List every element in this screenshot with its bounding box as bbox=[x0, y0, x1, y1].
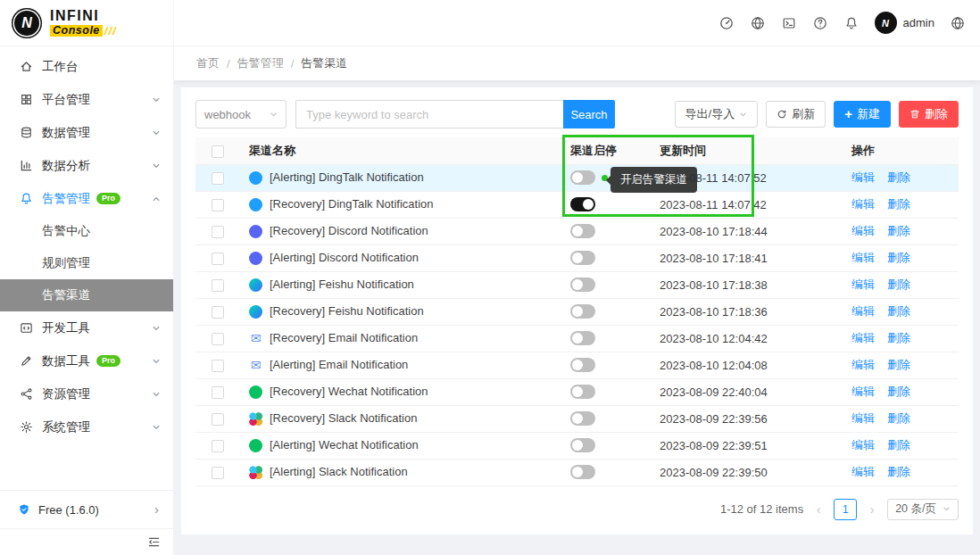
chevron-down-icon bbox=[739, 111, 747, 119]
console-terminal-icon[interactable] bbox=[781, 15, 797, 31]
channel-enabled-toggle[interactable] bbox=[570, 438, 595, 452]
edit-link[interactable]: 编辑 bbox=[851, 170, 875, 184]
delete-link[interactable]: 删除 bbox=[887, 385, 910, 398]
edit-link[interactable]: 编辑 bbox=[851, 385, 875, 398]
annotation-click-dot bbox=[602, 175, 608, 181]
sidebar-item-workbench[interactable]: 工作台 bbox=[0, 50, 173, 83]
row-checkbox[interactable] bbox=[212, 386, 224, 399]
row-checkbox[interactable] bbox=[212, 467, 224, 479]
edit-link[interactable]: 编辑 bbox=[851, 438, 875, 451]
sidebar-item-data-management[interactable]: 数据管理 bbox=[0, 116, 173, 149]
sidebar-subitem-alert-channels[interactable]: 告警渠道 bbox=[0, 279, 173, 311]
row-checkbox[interactable] bbox=[212, 199, 224, 211]
delete-link[interactable]: 删除 bbox=[887, 438, 910, 451]
brand-logo-icon: N bbox=[12, 8, 42, 38]
channels-card: webhook Search 导出/导入 bbox=[181, 87, 973, 534]
row-checkbox[interactable] bbox=[212, 253, 224, 265]
delete-link[interactable]: 删除 bbox=[887, 358, 910, 371]
prev-page-icon[interactable]: ‹ bbox=[810, 501, 826, 517]
help-icon[interactable] bbox=[812, 15, 828, 31]
dashboard-gauge-icon[interactable] bbox=[718, 15, 735, 31]
main-content: 首页 / 告警管理 / 告警渠道 webhook Search bbox=[174, 46, 980, 555]
delete-link[interactable]: 删除 bbox=[887, 224, 910, 237]
next-page-icon[interactable]: › bbox=[864, 501, 880, 517]
delete-link[interactable]: 删除 bbox=[887, 197, 910, 211]
select-all-checkbox[interactable] bbox=[212, 145, 224, 158]
notifications-bell-icon[interactable] bbox=[843, 15, 860, 31]
channel-enabled-toggle[interactable] bbox=[570, 170, 595, 185]
channel-icon bbox=[249, 198, 262, 211]
edit-link[interactable]: 编辑 bbox=[851, 251, 875, 264]
row-checkbox[interactable] bbox=[212, 172, 224, 185]
sidebar-item-platform[interactable]: 平台管理 bbox=[0, 83, 173, 116]
edit-link[interactable]: 编辑 bbox=[851, 224, 875, 237]
sidebar-item-resource-management[interactable]: 资源管理 bbox=[0, 377, 173, 410]
delete-link[interactable]: 删除 bbox=[887, 411, 910, 425]
row-checkbox[interactable] bbox=[212, 279, 224, 292]
delete-link[interactable]: 删除 bbox=[887, 465, 910, 478]
sidebar-item-dev-tools[interactable]: 开发工具 bbox=[0, 311, 173, 344]
channel-enabled-toggle[interactable] bbox=[570, 304, 595, 319]
delete-link[interactable]: 删除 bbox=[887, 170, 910, 184]
row-checkbox[interactable] bbox=[212, 333, 224, 345]
sidebar-item-alerting[interactable]: 告警管理 Pro bbox=[0, 182, 173, 215]
edit-link[interactable]: 编辑 bbox=[851, 411, 875, 425]
sidebar-item-system-management[interactable]: 系统管理 bbox=[0, 410, 173, 443]
delete-link[interactable]: 删除 bbox=[887, 251, 910, 264]
sidebar-collapse-trigger[interactable] bbox=[0, 528, 173, 555]
breadcrumb-home[interactable]: 首页 bbox=[196, 55, 220, 71]
channel-enabled-toggle[interactable] bbox=[570, 224, 595, 238]
breadcrumb-alerting[interactable]: 告警管理 bbox=[237, 55, 284, 71]
license-version-item[interactable]: Free (1.6.0) › bbox=[0, 491, 173, 528]
current-page-button[interactable]: 1 bbox=[834, 499, 857, 520]
channel-enabled-toggle[interactable] bbox=[570, 251, 595, 265]
channel-name: [Recovery] Slack Notification bbox=[270, 411, 417, 425]
row-checkbox[interactable] bbox=[212, 440, 224, 452]
user-menu[interactable]: N admin bbox=[875, 12, 934, 34]
row-checkbox[interactable] bbox=[212, 360, 224, 372]
table-row: [Recovery] Slack Notification 2023-08-09… bbox=[195, 405, 959, 432]
edit-link[interactable]: 编辑 bbox=[851, 197, 875, 211]
sidebar-subitem-alert-center[interactable]: 告警中心 bbox=[0, 215, 173, 247]
edit-link[interactable]: 编辑 bbox=[851, 304, 875, 318]
search-input[interactable] bbox=[295, 100, 563, 128]
sidebar-subitem-label: 规则管理 bbox=[42, 255, 90, 271]
new-channel-button[interactable]: + 新建 bbox=[834, 101, 891, 128]
row-checkbox[interactable] bbox=[212, 226, 224, 238]
row-checkbox[interactable] bbox=[212, 306, 224, 319]
language-globe-icon[interactable] bbox=[950, 15, 966, 31]
channel-enabled-toggle[interactable] bbox=[570, 197, 595, 211]
chevron-down-icon bbox=[152, 357, 161, 366]
sidebar-item-data-tools[interactable]: 数据工具 Pro bbox=[0, 344, 173, 377]
channel-enabled-toggle[interactable] bbox=[570, 331, 595, 345]
cluster-network-icon[interactable] bbox=[750, 15, 766, 31]
channel-enabled-toggle[interactable] bbox=[570, 278, 595, 292]
edit-link[interactable]: 编辑 bbox=[851, 331, 875, 344]
delete-link[interactable]: 删除 bbox=[887, 304, 910, 318]
refresh-button[interactable]: 刷新 bbox=[766, 101, 826, 128]
sidebar: 工作台 平台管理 数据管理 数据分析 告警管理 Pro bbox=[0, 46, 174, 555]
channel-enabled-toggle[interactable] bbox=[570, 385, 595, 399]
page-size-select[interactable]: 20 条/页 bbox=[887, 499, 959, 520]
table-row: [Alerting] Wechat Notification 2023-08-0… bbox=[195, 432, 959, 459]
channel-icon bbox=[249, 412, 262, 426]
sidebar-item-data-analysis[interactable]: 数据分析 bbox=[0, 149, 173, 182]
channels-table: 渠道名称 渠道启停 更新时间 操作 [Alerting] DingTalk No… bbox=[195, 137, 959, 486]
edit-link[interactable]: 编辑 bbox=[851, 465, 875, 478]
delete-link[interactable]: 删除 bbox=[887, 278, 910, 291]
channel-enabled-toggle[interactable] bbox=[570, 358, 595, 372]
channel-enabled-toggle[interactable] bbox=[570, 411, 595, 426]
row-checkbox[interactable] bbox=[212, 413, 224, 426]
channel-icon bbox=[249, 385, 262, 399]
edit-link[interactable]: 编辑 bbox=[851, 278, 875, 291]
channel-type-select[interactable]: webhook bbox=[195, 100, 287, 128]
table-toolbar: webhook Search 导出/导入 bbox=[195, 100, 959, 128]
search-button[interactable]: Search bbox=[563, 100, 615, 128]
export-import-button[interactable]: 导出/导入 bbox=[675, 101, 759, 128]
sidebar-subitem-rule-management[interactable]: 规则管理 bbox=[0, 247, 173, 279]
search-group: Search bbox=[295, 100, 615, 128]
channel-enabled-toggle[interactable] bbox=[570, 465, 595, 479]
delete-link[interactable]: 删除 bbox=[887, 331, 910, 344]
edit-link[interactable]: 编辑 bbox=[851, 358, 875, 371]
delete-selected-button[interactable]: 删除 bbox=[899, 101, 959, 128]
